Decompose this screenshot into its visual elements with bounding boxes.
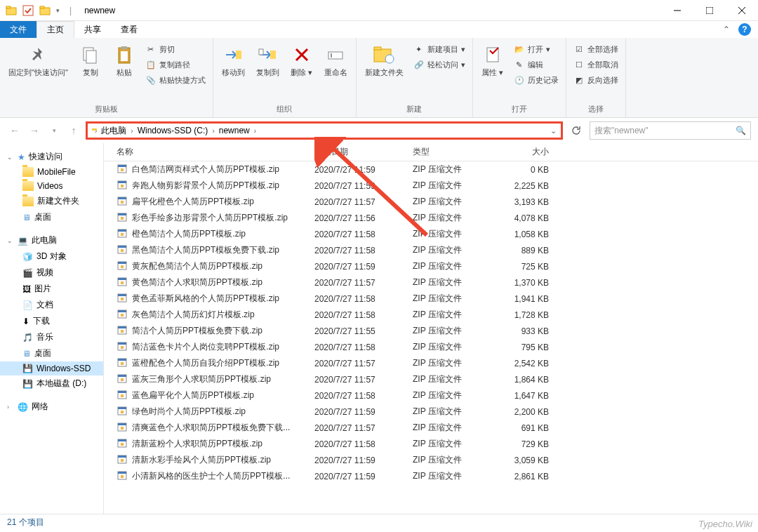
svg-rect-19	[328, 52, 343, 59]
address-bar[interactable]: › 此电脑 › Windows-SSD (C:) › newnew › ⌄	[86, 121, 563, 140]
ribbon-collapse-icon[interactable]: ⌃	[723, 25, 730, 34]
breadcrumb-this-pc[interactable]: 此电脑	[100, 125, 128, 137]
back-button[interactable]: ←	[7, 123, 22, 138]
file-row[interactable]: 彩色手绘多边形背景个人简历PPT模板.zip2020/7/27 11:56ZIP…	[104, 210, 758, 226]
rename-button[interactable]: 重命名	[320, 41, 352, 80]
zip-icon	[117, 195, 128, 208]
file-row[interactable]: 小清新风格的医生护士个人简历PPT模板...2020/7/27 11:59ZIP…	[104, 468, 758, 484]
file-row[interactable]: 白色简洁网页样式个人简历PPT模板.zip2020/7/27 11:59ZIP …	[104, 161, 758, 178]
invert-selection-button[interactable]: ◩反向选择	[571, 73, 621, 87]
search-input[interactable]: 搜索"newnew" 🔍	[590, 121, 751, 140]
file-row[interactable]: 蓝色扁平化个人简历PPT模板.zip2020/7/27 11:58ZIP 压缩文…	[104, 387, 758, 404]
file-name: 黄灰配色简洁个人简历PPT模板.zip	[132, 260, 262, 272]
file-row[interactable]: 奔跑人物剪影背景个人简历PPT模板.zip2020/7/27 11:59ZIP …	[104, 178, 758, 194]
svg-rect-78	[121, 443, 124, 446]
sidebar-downloads[interactable]: ⬇下载	[0, 313, 103, 329]
sidebar-desktop2[interactable]: 🖥桌面	[0, 345, 103, 361]
file-row[interactable]: 黄色简洁个人求职简历PPT模板.zip2020/7/27 11:57ZIP 压缩…	[104, 274, 758, 291]
sidebar-mobilefile[interactable]: MobileFile	[0, 165, 103, 179]
tab-home[interactable]: 主页	[36, 21, 74, 38]
sidebar-videos2[interactable]: 🎬视频	[0, 265, 103, 281]
history-button[interactable]: 🕐历史记录	[511, 73, 561, 87]
file-size: 691 KB	[497, 423, 560, 433]
sidebar-new-folder[interactable]: 新建文件夹	[0, 193, 103, 209]
maximize-button[interactable]	[693, 0, 726, 21]
easy-access-button[interactable]: 🔗轻松访问 ▾	[411, 58, 468, 72]
file-row[interactable]: 简洁蓝色卡片个人岗位竞聘PPT模板.zip2020/7/27 11:58ZIP …	[104, 339, 758, 355]
copy-to-icon	[258, 45, 277, 65]
tab-view[interactable]: 查看	[111, 21, 147, 38]
svg-rect-50	[118, 294, 126, 296]
zip-icon	[117, 357, 128, 370]
column-type[interactable]: 类型	[413, 146, 497, 158]
pin-to-quick-access-button[interactable]: 固定到"快速访问"	[4, 41, 72, 80]
sidebar-documents[interactable]: 📄文档	[0, 297, 103, 313]
window-title: newnew	[81, 6, 115, 15]
recent-locations-button[interactable]: ▾	[46, 123, 62, 138]
breadcrumb-folder[interactable]: newnew	[218, 126, 251, 135]
file-row[interactable]: 清爽蓝色个人求职简历PPT模板免费下载...2020/7/27 11:57ZIP…	[104, 420, 758, 436]
breadcrumb-drive[interactable]: Windows-SSD (C:)	[136, 126, 210, 135]
sidebar-music[interactable]: 🎵音乐	[0, 329, 103, 345]
move-to-button[interactable]: 移动到	[218, 41, 249, 80]
file-name: 蓝橙配色个人简历自我介绍PPT模板.zip	[132, 357, 279, 369]
file-row[interactable]: 扁平化橙色个人简历PPT模板.zip2020/7/27 11:57ZIP 压缩文…	[104, 194, 758, 210]
sidebar-desktop[interactable]: 🖥桌面	[0, 209, 103, 225]
refresh-button[interactable]	[567, 121, 585, 140]
address-dropdown-icon[interactable]: ⌄	[550, 126, 557, 135]
cut-button[interactable]: ✂剪切	[142, 42, 208, 56]
column-size[interactable]: 大小	[497, 146, 560, 158]
up-button[interactable]: ↑	[66, 123, 81, 138]
file-row[interactable]: 清新蓝粉个人求职简历PPT模板.zip2020/7/27 11:58ZIP 压缩…	[104, 436, 758, 452]
sidebar-c-drive[interactable]: 💾Windows-SSD	[0, 361, 103, 375]
svg-rect-41	[118, 246, 126, 248]
file-row[interactable]: 橙色简洁个人简历PPT模板.zip2020/7/27 11:58ZIP 压缩文件…	[104, 226, 758, 242]
edit-button[interactable]: ✎编辑	[511, 58, 561, 72]
select-all-button[interactable]: ☑全部选择	[571, 42, 621, 56]
svg-rect-36	[121, 217, 124, 220]
copy-to-button[interactable]: 复制到	[252, 41, 284, 80]
file-row[interactable]: 黄色孟菲斯风格的个人简历PPT模板.zip2020/7/27 11:58ZIP …	[104, 291, 758, 307]
paste-shortcut-button[interactable]: 📎粘贴快捷方式	[142, 73, 208, 87]
properties-button[interactable]: 属性 ▾	[477, 41, 508, 80]
open-button[interactable]: 📂打开 ▾	[511, 42, 561, 56]
new-folder-button[interactable]: 新建文件夹	[361, 41, 408, 80]
select-none-button[interactable]: ☐全部取消	[571, 58, 621, 72]
zip-icon	[117, 470, 128, 483]
sidebar-network[interactable]: ›🌐网络	[0, 399, 103, 415]
column-date[interactable]: 修改日期	[314, 146, 413, 158]
minimize-button[interactable]	[661, 0, 693, 21]
zip-icon	[117, 163, 128, 176]
file-row[interactable]: 简洁个人简历PPT模板免费下载.zip2020/7/27 11:55ZIP 压缩…	[104, 323, 758, 339]
file-row[interactable]: 灰色简洁个人简历幻灯片模板.zip2020/7/27 11:58ZIP 压缩文件…	[104, 307, 758, 323]
file-row[interactable]: 蓝灰三角形个人求职简历PPT模板.zip2020/7/27 11:57ZIP 压…	[104, 371, 758, 387]
sidebar-this-pc[interactable]: ⌄💻此电脑	[0, 232, 103, 248]
file-row[interactable]: 蓝橙配色个人简历自我介绍PPT模板.zip2020/7/27 11:57ZIP …	[104, 355, 758, 371]
file-date: 2020/7/27 11:58	[314, 439, 413, 449]
forward-button[interactable]: →	[27, 123, 42, 138]
sidebar-d-drive[interactable]: 💾本地磁盘 (D:)	[0, 375, 103, 392]
close-button[interactable]	[726, 0, 758, 21]
sidebar-3d-objects[interactable]: 🧊3D 对象	[0, 248, 103, 265]
file-size: 1,864 KB	[497, 375, 560, 385]
sidebar-pictures[interactable]: 🖼图片	[0, 281, 103, 297]
paste-button[interactable]: 粘贴	[109, 41, 140, 80]
file-row[interactable]: 黑色简洁个人简历PPT模板免费下载.zip2020/7/27 11:58ZIP …	[104, 242, 758, 258]
copy-button[interactable]: 复制	[75, 41, 106, 80]
file-row[interactable]: 清新水彩手绘风个人简历PPT模板.zip2020/7/27 11:59ZIP 压…	[104, 452, 758, 468]
tab-share[interactable]: 共享	[74, 21, 111, 38]
file-size: 2,225 KB	[497, 181, 560, 191]
delete-button[interactable]: 删除 ▾	[286, 41, 317, 80]
qat-dropdown[interactable]: ▾	[56, 7, 60, 14]
new-item-button[interactable]: ✦新建项目 ▾	[411, 42, 468, 56]
sidebar-videos[interactable]: Videos	[0, 179, 103, 193]
tab-file[interactable]: 文件	[0, 21, 36, 38]
paste-shortcut-icon: 📎	[145, 74, 157, 86]
column-name[interactable]: 名称	[104, 146, 314, 158]
svg-rect-71	[118, 407, 126, 409]
sidebar-quick-access[interactable]: ⌄★快速访问	[0, 149, 103, 165]
copy-path-button[interactable]: 📋复制路径	[142, 58, 208, 72]
file-row[interactable]: 绿色时尚个人简历PPT模板.zip2020/7/27 11:59ZIP 压缩文件…	[104, 404, 758, 420]
file-row[interactable]: 黄灰配色简洁个人简历PPT模板.zip2020/7/27 11:59ZIP 压缩…	[104, 258, 758, 274]
help-icon[interactable]: ?	[738, 23, 751, 36]
